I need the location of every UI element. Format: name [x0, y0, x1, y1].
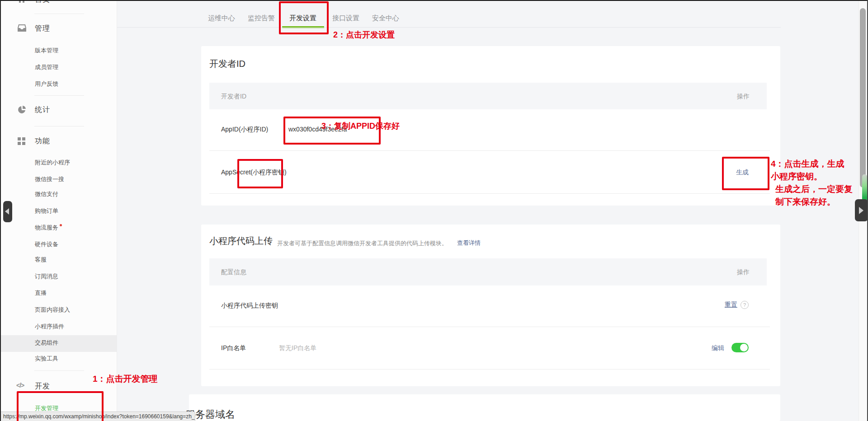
- sidebar-item-plugin[interactable]: 小程序插件: [35, 323, 64, 331]
- screen-edge-left: [0, 0, 1, 421]
- tab-dev-settings[interactable]: 开发设置: [289, 14, 316, 23]
- row-divider: [209, 369, 770, 370]
- toggle-knob: [740, 344, 748, 351]
- sidebar-item-pagecontent[interactable]: 页面内容接入: [35, 306, 70, 314]
- developer-id-table-header: 开发者ID 操作: [209, 83, 767, 109]
- code-icon: </>: [16, 382, 24, 389]
- edit-button[interactable]: 编辑: [712, 344, 724, 351]
- sidebar-divider: [34, 370, 84, 371]
- tab-monitor-alert[interactable]: 监控告警: [248, 14, 275, 23]
- ip-whitelist-label: IP白名单: [221, 344, 246, 352]
- sidebar-item-member[interactable]: 成员管理: [35, 63, 58, 71]
- right-arrow-icon: [859, 207, 863, 214]
- sidebar-item-wxpay[interactable]: 微信支付: [35, 190, 58, 198]
- reset-action: 重置?: [725, 300, 749, 309]
- link-preview-statusbar: https://mp.weixin.qq.com/wxamp/minishop/…: [0, 412, 195, 421]
- row-divider: [209, 193, 770, 194]
- sidebar-item-dev[interactable]: 开发: [35, 382, 50, 391]
- header-actions: 操作: [737, 93, 750, 101]
- sidebar-item-manage[interactable]: 管理: [35, 24, 50, 33]
- screen-edge-top: [0, 0, 868, 1]
- appsecret-label: AppSecret(小程序密钥): [221, 168, 287, 177]
- scrollbar-thumb[interactable]: [860, 8, 866, 187]
- sidebar-item-orders[interactable]: 购物订单: [35, 207, 58, 215]
- sidebar-item-trade[interactable]: 交易组件: [35, 339, 58, 347]
- upload-key-label: 小程序代码上传密钥: [221, 302, 278, 310]
- sidebar-item-features[interactable]: 功能: [35, 136, 50, 146]
- appid-label: AppID(小程序ID): [221, 126, 268, 134]
- pie-chart-icon: [18, 106, 26, 116]
- left-arrow-icon: [5, 208, 9, 215]
- help-icon[interactable]: ?: [741, 301, 749, 309]
- sidebar-divider: [34, 95, 84, 96]
- generate-button[interactable]: 生成: [736, 168, 749, 177]
- sidebar-divider: [34, 126, 84, 126]
- code-upload-description: 开发者可基于配置信息调用微信开发者工具提供的代码上传模块。: [277, 239, 448, 248]
- expand-panel-button[interactable]: [855, 199, 868, 221]
- server-domain-card: [189, 394, 780, 421]
- grid-icon: [18, 137, 25, 145]
- annotation-step4-line1: 4：点击生成，生成: [771, 158, 853, 170]
- code-upload-title: 小程序代码上传: [209, 235, 273, 247]
- annotation-step4-line3: 生成之后，一定要复: [771, 183, 853, 196]
- inbox-icon: [18, 24, 26, 33]
- sidebar-item-stats[interactable]: 统计: [35, 105, 50, 115]
- edit-action: 编辑: [712, 343, 749, 352]
- annotation-step3: 3：复制APPID保存好: [321, 121, 400, 131]
- sidebar-item-logistics[interactable]: 物流服务: [35, 224, 62, 232]
- row-divider: [209, 150, 770, 151]
- developer-id-card: 开发者ID 开发者ID 操作 AppID(小程序ID) wx030f0cd49f…: [201, 46, 780, 206]
- row-divider: [209, 327, 770, 327]
- sidebar-item-wxsearch[interactable]: 微信搜一搜: [35, 175, 64, 183]
- developer-id-title: 开发者ID: [209, 58, 245, 70]
- annotation-step4-line2: 小程序密钥。: [771, 170, 853, 183]
- tab-ops-center[interactable]: 运维中心: [208, 14, 235, 23]
- sidebar-item-nearby[interactable]: 附近的小程序: [35, 159, 70, 167]
- notification-dot: [60, 224, 62, 226]
- tabbar-divider: [117, 27, 781, 28]
- wechat-miniprogram-console: 首页 管理 版本管理 成员管理 用户反馈 统计 功能 附近的小程序 微信搜一搜 …: [0, 0, 868, 421]
- ip-whitelist-toggle[interactable]: [731, 343, 749, 352]
- tab-api-settings[interactable]: 接口设置: [332, 14, 359, 23]
- reset-button[interactable]: 重置: [725, 301, 737, 308]
- annotation-step4: 4：点击生成，生成 小程序密钥。 生成之后，一定要复 制下来保存好。: [771, 158, 853, 208]
- sidebar-item-lab[interactable]: 实验工具: [35, 355, 58, 363]
- header-actions: 操作: [737, 268, 750, 276]
- sidebar-item-feedback[interactable]: 用户反馈: [35, 80, 58, 88]
- sidebar-item-service[interactable]: 客服: [35, 256, 47, 264]
- sidebar-item-hardware[interactable]: 硬件设备: [35, 240, 58, 248]
- annotation-step1: 1：点击开发管理: [93, 373, 158, 385]
- sidebar-item-live[interactable]: 直播: [35, 289, 47, 297]
- annotation-step4-line4: 制下来保存好。: [771, 196, 853, 208]
- sidebar: 首页 管理 版本管理 成员管理 用户反馈 统计 功能 附近的小程序 微信搜一搜 …: [0, 0, 117, 421]
- annotation-step2: 2：点击开发设置: [333, 29, 395, 40]
- sidebar-item-version[interactable]: 版本管理: [35, 47, 58, 55]
- code-upload-card: 小程序代码上传 开发者可基于配置信息调用微信开发者工具提供的代码上传模块。 查看…: [201, 225, 780, 386]
- sidebar-item-highlight: [0, 335, 117, 352]
- sidebar-item-subscribe[interactable]: 订阅消息: [35, 272, 58, 281]
- collapse-panel-button[interactable]: [3, 201, 12, 222]
- ip-whitelist-value: 暂无IP白名单: [279, 344, 316, 352]
- header-developer-id: 开发者ID: [221, 93, 246, 101]
- sidebar-item-label: 物流服务: [35, 224, 58, 231]
- sidebar-divider: [34, 14, 84, 14]
- header-config-info: 配置信息: [221, 268, 246, 276]
- code-upload-table-header: 配置信息 操作: [209, 258, 767, 285]
- tab-security-center[interactable]: 安全中心: [372, 14, 399, 23]
- view-details-link[interactable]: 查看详情: [457, 239, 481, 247]
